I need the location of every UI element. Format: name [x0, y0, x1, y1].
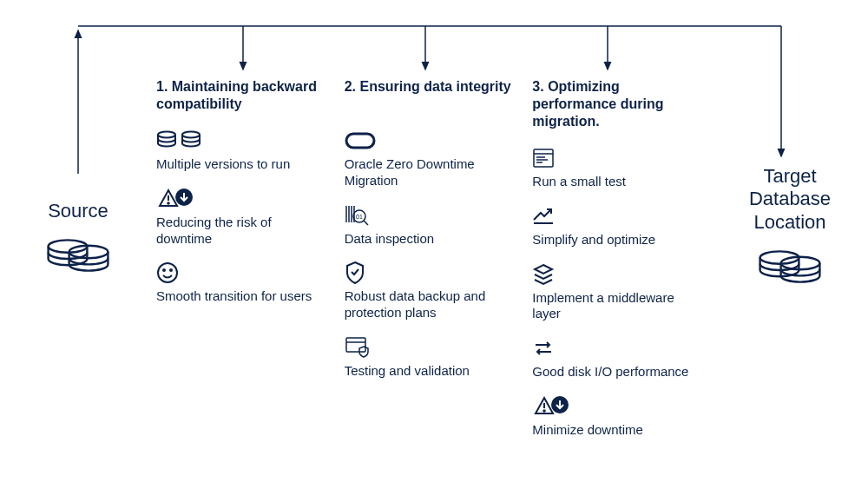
column-backward-compatibility: 1. Maintaining backward compatibility Mu…: [156, 78, 327, 453]
warning-down-icon: [156, 187, 327, 211]
list-item: Good disk I/O performance: [532, 336, 703, 380]
list-item: 01 Data inspection: [345, 203, 516, 248]
svg-point-10: [158, 132, 175, 138]
layers-icon: [532, 262, 703, 287]
oval-icon: [345, 129, 516, 153]
column-heading: 1. Maintaining backward compatibility: [156, 78, 327, 113]
list-item: Run a small test: [532, 146, 703, 190]
column-data-integrity: 2. Ensuring data integrity Oracle Zero D…: [345, 78, 516, 453]
inspect-icon: 01: [345, 203, 516, 228]
svg-point-16: [163, 269, 165, 271]
item-label: Oracle Zero Downtime Migration: [345, 156, 516, 189]
item-label: Implement a middleware layer: [532, 290, 703, 323]
list-item: Oracle Zero Downtime Migration: [345, 129, 516, 189]
item-label: Smooth transition for users: [156, 288, 327, 305]
source-endpoint: Source: [17, 200, 139, 281]
multi-database-icon: [156, 129, 327, 153]
svg-rect-18: [346, 134, 374, 148]
list-item: Multiple versions to run: [156, 129, 327, 173]
warning-down-icon: [532, 394, 703, 419]
shield-check-icon: [345, 261, 516, 285]
migration-steps: 1. Maintaining backward compatibility Mu…: [156, 78, 703, 453]
database-stack-icon: [17, 229, 139, 281]
window-shield-icon: [345, 335, 516, 360]
target-endpoint: Target Database Location: [729, 165, 851, 293]
column-performance: 3. Optimizing performance during migrati…: [532, 78, 703, 453]
item-label: Data inspection: [345, 231, 516, 248]
list-item: Minimize downtime: [532, 394, 703, 439]
svg-point-13: [168, 202, 169, 204]
column-heading: 2. Ensuring data integrity: [345, 78, 516, 113]
source-label: Source: [17, 200, 139, 222]
list-item: Robust data backup and protection plans: [345, 261, 516, 321]
list-item: Smooth transition for users: [156, 261, 327, 305]
item-label: Simplify and optimize: [532, 232, 703, 248]
svg-point-15: [158, 263, 177, 282]
item-label: Reducing the risk of downtime: [156, 215, 327, 248]
svg-line-24: [364, 221, 368, 225]
svg-point-17: [170, 269, 172, 271]
item-label: Good disk I/O performance: [532, 364, 703, 380]
window-list-icon: [532, 146, 703, 170]
item-label: Minimize downtime: [532, 422, 703, 439]
svg-rect-28: [534, 149, 553, 167]
svg-rect-26: [346, 338, 365, 352]
list-item: Reducing the risk of downtime: [156, 187, 327, 248]
list-item: Simplify and optimize: [532, 204, 703, 248]
item-label: Multiple versions to run: [156, 156, 327, 173]
item-label: Testing and validation: [345, 363, 516, 380]
column-heading: 3. Optimizing performance during migrati…: [532, 78, 703, 130]
svg-text:01: 01: [356, 214, 363, 220]
item-label: Run a small test: [532, 174, 703, 190]
item-label: Robust data backup and protection plans: [345, 288, 516, 321]
list-item: Implement a middleware layer: [532, 262, 703, 323]
smile-icon: [156, 261, 327, 285]
list-item: Testing and validation: [345, 335, 516, 380]
target-label: Target Database Location: [729, 165, 851, 234]
svg-point-11: [182, 132, 200, 138]
database-stack-icon: [729, 241, 851, 293]
trend-up-icon: [532, 204, 703, 228]
svg-point-35: [544, 410, 546, 412]
io-arrows-icon: [532, 336, 703, 360]
